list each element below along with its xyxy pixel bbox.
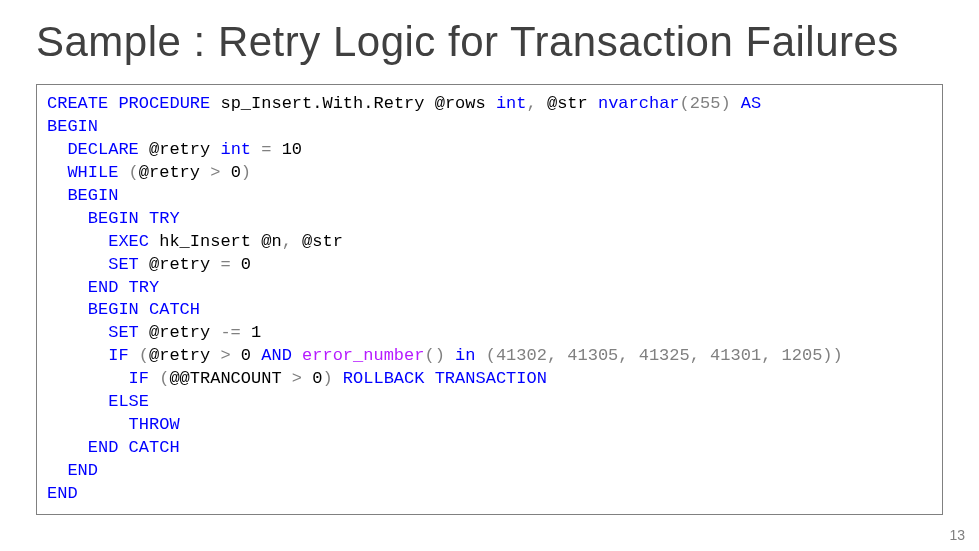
code-line-8: SET @retry = 0 [47,254,251,277]
param-str: @str [302,232,343,251]
op-gt: > [220,346,230,365]
kw-rollback: ROLLBACK [343,369,425,388]
kw-end: END [88,438,119,457]
kw-begin: BEGIN [47,117,98,136]
code-line-16: END CATCH [47,437,180,460]
code-block: CREATE PROCEDURE sp_Insert.With.Retry @r… [36,84,943,515]
code-line-10: BEGIN CATCH [47,299,200,322]
param-str: @str [547,94,588,113]
code-line-17: END [47,460,98,483]
kw-create: CREATE [47,94,108,113]
op-minus-eq: -= [220,323,240,342]
op-eq: = [220,255,230,274]
comma: , [282,232,292,251]
kw-catch: CATCH [149,300,200,319]
kw-end: END [67,461,98,480]
kw-begin: BEGIN [67,186,118,205]
paren-close: ) [241,163,251,182]
var-retry: @retry [149,323,210,342]
type-nvarchar: nvarchar [598,94,680,113]
val-0: 0 [241,346,251,365]
kw-begin: BEGIN [88,209,139,228]
paren-open: ( [159,369,169,388]
kw-exec: EXEC [108,232,149,251]
kw-as: AS [741,94,761,113]
kw-end: END [47,484,78,503]
var-retry: @retry [139,163,200,182]
code-line-15: THROW [47,414,180,437]
code-line-13: IF (@@TRANCOUNT > 0) ROLLBACK TRANSACTIO… [47,368,547,391]
op-gt: > [210,163,220,182]
val-0: 0 [241,255,251,274]
kw-try: TRY [129,278,160,297]
kw-and: AND [261,346,292,365]
proc-name: sp_Insert.With.Retry [220,94,424,113]
op-gt: > [292,369,302,388]
param-n: @n [261,232,281,251]
slide-title: Sample : Retry Logic for Transaction Fai… [0,0,979,66]
code-line-2: BEGIN [47,117,98,136]
error-list: (41302, 41305, 41325, 41301, 1205)) [486,346,843,365]
call-parens: () [424,346,444,365]
type-int: int [496,94,527,113]
code-line-9: END TRY [47,277,159,300]
kw-begin: BEGIN [88,300,139,319]
paren-open: ( [129,163,139,182]
code-line-4: WHILE (@retry > 0) [47,162,251,185]
page-number: 13 [949,527,965,543]
code-line-1: CREATE PROCEDURE sp_Insert.With.Retry @r… [47,94,761,113]
paren-open: ( [139,346,149,365]
kw-declare: DECLARE [67,140,138,159]
val-10: 10 [282,140,302,159]
code-line-3: DECLARE @retry int = 10 [47,139,302,162]
fn-error-number: error_number [302,346,424,365]
kw-if: IF [108,346,128,365]
op-eq: = [261,140,271,159]
var-retry: @retry [149,346,210,365]
kw-end: END [88,278,119,297]
param-rows: @rows [435,94,486,113]
code-line-18: END [47,484,78,503]
code-line-5: BEGIN [47,185,118,208]
code-line-14: ELSE [47,391,149,414]
kw-catch: CATCH [129,438,180,457]
size-255: (255) [680,94,731,113]
var-retry: @retry [149,255,210,274]
type-int: int [220,140,251,159]
kw-else: ELSE [108,392,149,411]
code-line-6: BEGIN TRY [47,208,180,231]
comma: , [527,94,537,113]
var-trancount: @@TRANCOUNT [169,369,281,388]
kw-try: TRY [149,209,180,228]
kw-set: SET [108,323,139,342]
val-0: 0 [312,369,322,388]
kw-in: in [455,346,475,365]
kw-throw: THROW [129,415,180,434]
kw-while: WHILE [67,163,118,182]
code-line-11: SET @retry -= 1 [47,322,261,345]
code-line-12: IF (@retry > 0 AND error_number() in (41… [47,345,843,368]
kw-transaction: TRANSACTION [435,369,547,388]
val-0: 0 [231,163,241,182]
kw-if: IF [129,369,149,388]
code-line-7: EXEC hk_Insert @n, @str [47,231,343,254]
val-1: 1 [251,323,261,342]
kw-procedure: PROCEDURE [118,94,210,113]
paren-close: ) [322,369,332,388]
kw-set: SET [108,255,139,274]
var-retry: @retry [149,140,210,159]
proc-hkinsert: hk_Insert [159,232,251,251]
